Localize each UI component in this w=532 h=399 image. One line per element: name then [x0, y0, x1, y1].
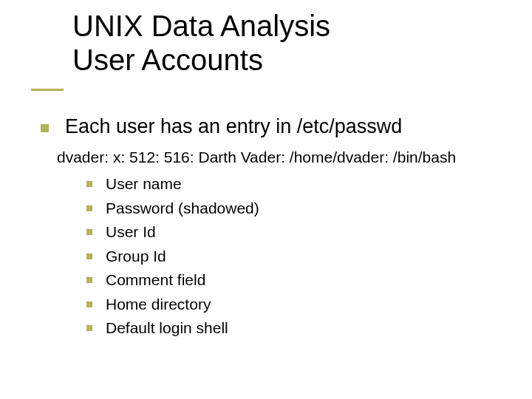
- title-line-1: UNIX Data Analysis: [72, 9, 330, 43]
- field-item: User name: [86, 172, 499, 197]
- square-bullet-icon: [41, 124, 49, 132]
- field-item: Group Id: [86, 245, 499, 269]
- field-label: Default login shell: [106, 316, 228, 341]
- square-bullet-icon: [86, 205, 92, 211]
- field-item: User Id: [86, 220, 499, 245]
- field-label: Password (shadowed): [106, 197, 259, 221]
- title-accent-bar: [31, 89, 64, 91]
- field-label: Comment field: [106, 268, 205, 293]
- slide-body: Each user has an entry in /etc/passwd dv…: [41, 115, 499, 341]
- field-item: Password (shadowed): [86, 197, 499, 221]
- square-bullet-icon: [86, 253, 92, 259]
- square-bullet-icon: [86, 277, 92, 283]
- title-line-2: User Accounts: [72, 43, 330, 77]
- square-bullet-icon: [86, 229, 92, 235]
- field-label: User Id: [106, 220, 156, 245]
- main-point-text: Each user has an entry in /etc/passwd: [65, 115, 402, 140]
- square-bullet-icon: [86, 181, 92, 187]
- field-item: Comment field: [86, 268, 499, 293]
- field-item: Default login shell: [86, 316, 499, 341]
- passwd-example-line: dvader: x: 512: 516: Darth Vader: /home/…: [57, 147, 499, 168]
- bullet-main: Each user has an entry in /etc/passwd: [41, 115, 499, 140]
- field-label: Group Id: [106, 245, 166, 269]
- square-bullet-icon: [86, 301, 92, 307]
- field-item: Home directory: [86, 293, 499, 317]
- square-bullet-icon: [86, 325, 92, 331]
- field-label: User name: [106, 172, 182, 197]
- field-list: User name Password (shadowed) User Id Gr…: [86, 172, 499, 341]
- slide: UNIX Data Analysis User Accounts Each us…: [0, 0, 532, 399]
- slide-title: UNIX Data Analysis User Accounts: [72, 9, 330, 77]
- field-label: Home directory: [106, 293, 211, 317]
